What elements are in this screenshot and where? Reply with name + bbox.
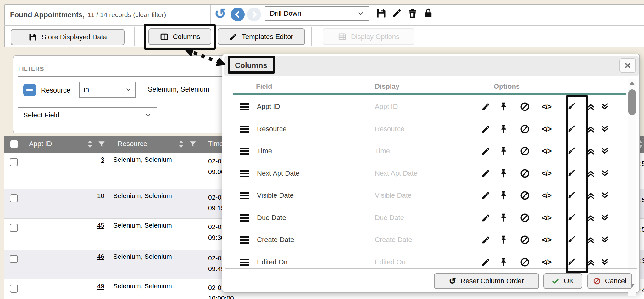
move-down-icon[interactable] [599, 234, 610, 245]
drag-handle-icon[interactable] [240, 257, 249, 267]
filter-icon[interactable] [97, 140, 106, 148]
ok-button[interactable]: OK [543, 273, 582, 289]
move-down-icon[interactable] [599, 190, 610, 201]
time-value: 10:00:00 [208, 293, 277, 299]
pin-icon[interactable] [498, 190, 509, 201]
edit-icon[interactable] [480, 190, 491, 201]
edge-fragment: :5 [640, 160, 644, 167]
pin-icon[interactable] [498, 101, 509, 112]
move-down-icon[interactable] [599, 124, 610, 134]
drag-handle-icon[interactable] [240, 124, 249, 134]
edit-icon[interactable] [480, 146, 491, 156]
grid-icon [338, 32, 347, 41]
ban-icon[interactable] [519, 124, 530, 134]
drag-handle-bar [240, 259, 249, 260]
code-icon[interactable]: </> [541, 190, 552, 201]
drag-handle-icon[interactable] [240, 102, 249, 112]
edit-icon[interactable] [480, 212, 491, 223]
code-icon[interactable]: </> [541, 257, 552, 268]
pin-icon[interactable] [498, 124, 509, 134]
code-icon[interactable]: </> [541, 146, 552, 156]
drag-handle-bar [240, 198, 249, 199]
back-button[interactable] [231, 8, 245, 21]
dialog-scrollbar[interactable] [628, 79, 636, 296]
appt-id-link[interactable]: 45 [25, 222, 104, 229]
code-glyph: </> [542, 258, 551, 267]
code-icon[interactable]: </> [541, 234, 552, 245]
ban-icon[interactable] [519, 146, 530, 156]
row-checkbox[interactable] [10, 224, 18, 232]
move-down-icon[interactable] [599, 101, 610, 112]
select-all-checkbox[interactable] [10, 140, 18, 148]
save-view-icon[interactable] [375, 7, 387, 20]
filter-operator-select[interactable]: in [79, 82, 136, 98]
col-border [25, 153, 25, 299]
delete-view-icon[interactable] [406, 7, 419, 20]
drag-handle-bar [240, 103, 249, 105]
row-checkbox[interactable] [10, 285, 18, 293]
move-down-icon[interactable] [599, 146, 610, 156]
dialog-close-button[interactable] [619, 58, 636, 73]
move-down-icon[interactable] [599, 257, 610, 268]
drag-handle-icon[interactable] [240, 191, 249, 200]
row-checkbox[interactable] [10, 255, 18, 263]
clear-filter-link[interactable]: clear filter [135, 11, 164, 19]
resource-cell: Selenium, Selenium [113, 253, 172, 260]
store-displayed-data-button[interactable]: Store Displayed Data [11, 29, 125, 45]
resource-cell: Selenium, Selenium [113, 156, 172, 163]
cancel-button[interactable]: Cancel [587, 273, 632, 289]
undo-icon[interactable]: ↺ [214, 6, 226, 22]
row-checkbox[interactable] [10, 194, 18, 202]
lock-view-icon[interactable] [422, 7, 435, 20]
appt-id-link[interactable]: 10 [25, 192, 104, 200]
pin-icon[interactable] [498, 212, 509, 223]
code-icon[interactable]: </> [541, 124, 552, 134]
remove-filter-button[interactable] [23, 84, 36, 96]
view-select[interactable]: Drill Down [265, 6, 369, 21]
scrollbar-thumb[interactable] [628, 89, 636, 115]
column-header-resource[interactable]: Resource [118, 140, 147, 148]
pin-icon[interactable] [498, 234, 509, 245]
edit-view-icon[interactable] [391, 7, 403, 20]
appt-id-link[interactable]: 3 [25, 156, 104, 163]
pin-icon[interactable] [498, 146, 509, 156]
ban-icon[interactable] [519, 168, 530, 179]
drag-handle-bar [240, 109, 249, 110]
drag-handle-icon[interactable] [240, 235, 249, 245]
ban-icon[interactable] [519, 190, 530, 201]
scroll-up-arrow[interactable] [628, 81, 636, 86]
ban-icon[interactable] [519, 234, 530, 245]
column-header-appt-id[interactable]: Appt ID [29, 140, 52, 148]
move-down-icon[interactable] [599, 212, 610, 223]
pin-icon[interactable] [498, 257, 509, 268]
row-checkbox[interactable] [10, 158, 18, 166]
edit-icon[interactable] [480, 168, 491, 179]
move-down-icon[interactable] [599, 168, 610, 179]
code-icon[interactable]: </> [541, 212, 552, 223]
sort-icon[interactable] [87, 140, 93, 149]
ban-icon[interactable] [519, 257, 530, 268]
reset-column-order-button[interactable]: ↺ Reset Column Order [434, 273, 539, 289]
pin-icon[interactable] [498, 168, 509, 179]
ban-icon[interactable] [519, 101, 530, 112]
appt-id-link[interactable]: 46 [25, 253, 104, 260]
sort-icon[interactable] [178, 140, 184, 149]
toolbar-top-border [4, 25, 644, 26]
column-header-time[interactable]: Time [208, 140, 223, 148]
edit-icon[interactable] [480, 234, 491, 245]
filter-value-input[interactable]: Selenium, Selenium [142, 81, 221, 98]
drag-handle-icon[interactable] [240, 146, 249, 156]
edit-icon[interactable] [480, 257, 491, 268]
edit-icon[interactable] [480, 124, 491, 134]
drag-handle-icon[interactable] [240, 169, 249, 178]
drag-handle-icon[interactable] [240, 213, 249, 223]
forward-button[interactable] [247, 8, 261, 21]
appt-id-link[interactable]: 49 [25, 282, 104, 290]
select-field-dropdown[interactable]: Select Field [18, 107, 157, 123]
edit-icon[interactable] [480, 101, 491, 112]
code-icon[interactable]: </> [541, 101, 552, 112]
filter-icon[interactable] [189, 140, 197, 148]
code-icon[interactable]: </> [541, 168, 552, 179]
ban-icon[interactable] [519, 212, 530, 223]
drag-handle-bar [240, 239, 249, 241]
